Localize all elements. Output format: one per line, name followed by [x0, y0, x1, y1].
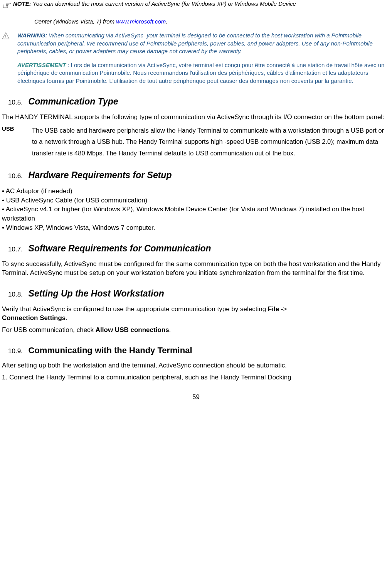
note-text-line1: NOTE: You can download the most current …	[13, 0, 296, 8]
s109-p1: After setting up both the workstation an…	[2, 361, 390, 370]
sec-title-10.5: Communication Type	[29, 96, 118, 106]
note-block: ☞ NOTE: You can download the most curren…	[2, 0, 390, 11]
s108-p2b: Allow USB connections	[96, 326, 169, 334]
section-10.6-heading: 10.6. Hardware Requirements for Setup	[8, 169, 390, 181]
section-10.7-heading: 10.7. Software Requirements for Communic…	[8, 243, 390, 254]
bullet-4: • Windows XP, Windows Vista, Windows 7 c…	[2, 223, 390, 233]
bullet-2: • USB ActiveSync Cable (for USB communic…	[2, 196, 390, 205]
s108-p1: Verify that ActiveSync is configured to …	[2, 305, 390, 323]
s108-p2: For USB communication, check Allow USB c…	[2, 326, 390, 335]
s108-p1b: File	[268, 305, 279, 313]
page-number: 59	[2, 393, 390, 402]
section-10.8-heading: 10.8. Setting Up the Host Workstation	[8, 288, 390, 300]
avertissement-block: AVERTISSEMENT : Lors de la communication…	[17, 61, 390, 85]
svg-text:!: !	[5, 34, 7, 39]
sec-title-10.8: Setting Up the Host Workstation	[29, 288, 164, 298]
sec-title-10.6: Hardware Requirements for Setup	[29, 170, 172, 180]
section-10.5-heading: 10.5. Communication Type	[8, 96, 390, 108]
s108-p1a: Verify that ActiveSync is configured to …	[2, 305, 268, 313]
section-10.9-heading: 10.9. Communicating with the Handy Termi…	[8, 345, 390, 356]
sec-title-10.9: Communicating with the Handy Terminal	[29, 345, 192, 355]
warning-triangle-icon: !	[2, 32, 10, 42]
s108-p1d: Connection Settings	[2, 314, 66, 322]
microsoft-link[interactable]: www.microsoft.com	[116, 18, 166, 25]
usb-label: USB	[2, 125, 32, 133]
note-text3: .	[166, 18, 167, 25]
note-label: NOTE:	[13, 0, 31, 7]
sec-num-10.7: 10.7.	[8, 246, 23, 253]
sec-num-10.8: 10.8.	[8, 291, 23, 298]
bullet-3: • ActiveSync v4.1 or higher (for Windows…	[2, 205, 390, 223]
sec-num-10.9: 10.9.	[8, 347, 23, 355]
s108-p2a: For USB communication, check	[2, 326, 96, 334]
warning-block: ! WARNING: When communicating via Active…	[2, 32, 390, 55]
s105-p1: The HANDY TERMINAL supports the followin…	[2, 113, 390, 122]
s107-p1: To sync successfully, ActiveSync must be…	[2, 260, 390, 278]
bullet-1: • AC Adaptor (if needed)	[2, 187, 390, 196]
s108-p2c: .	[169, 326, 171, 334]
s109-p2: 1. Connect the Handy Terminal to a commu…	[2, 373, 390, 382]
warning-label: WARNING:	[17, 32, 47, 39]
s108-p1c: ->	[279, 305, 287, 313]
note-text2: Center (Windows Vista, 7) from	[34, 18, 116, 25]
sec-num-10.5: 10.5.	[8, 99, 23, 106]
note-text-line2: Center (Windows Vista, 7) from www.micro…	[34, 18, 390, 25]
avert-label: AVERTISSEMENT	[17, 62, 66, 68]
sec-num-10.6: 10.6.	[8, 172, 23, 180]
warning-text: WARNING: When communicating via ActiveSy…	[17, 32, 390, 55]
s108-p1e: .	[66, 314, 67, 322]
usb-desc: The USB cable and hardware peripherals a…	[32, 125, 390, 159]
usb-row: USB The USB cable and hardware periphera…	[2, 125, 390, 159]
s106-bullets: • AC Adaptor (if needed) • USB ActiveSyn…	[2, 187, 390, 233]
note-text1: You can download the most current versio…	[31, 0, 296, 7]
hand-point-icon: ☞	[2, 0, 12, 11]
avert-body: : Lors de la communication via ActiveSyn…	[17, 62, 384, 84]
warning-body: When communicating via ActiveSync, your …	[17, 32, 373, 54]
sec-title-10.7: Software Requirements for Communication	[29, 243, 211, 253]
